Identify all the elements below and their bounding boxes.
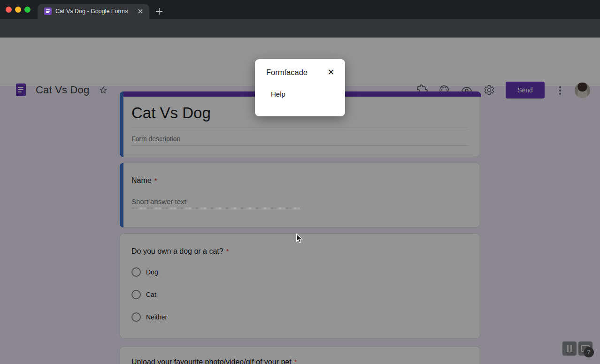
browser-toolbar: docs.google.com/forms/d/1QrEYytV662N0O5a… — [0, 19, 600, 38]
mac-minimize-button[interactable] — [15, 7, 21, 13]
mac-zoom-button[interactable] — [24, 7, 31, 13]
tab-close-icon[interactable] — [137, 8, 144, 15]
mac-close-button[interactable] — [6, 7, 12, 13]
modal-title: Formfacade — [266, 68, 308, 77]
new-tab-icon[interactable] — [155, 8, 163, 15]
browser-tab[interactable]: Cat Vs Dog - Google Forms — [38, 4, 149, 19]
formfacade-modal: Formfacade ✕ Help — [255, 59, 345, 116]
tab-title: Cat Vs Dog - Google Forms — [55, 8, 131, 15]
close-icon[interactable]: ✕ — [326, 68, 336, 77]
browser-tab-strip: Cat Vs Dog - Google Forms — [0, 0, 600, 19]
screen: Cat Vs Dog - Google Forms — [0, 0, 600, 364]
menu-item-help[interactable]: Help — [271, 90, 285, 98]
mouse-cursor — [296, 234, 303, 244]
google-forms-favicon-icon — [44, 8, 52, 15]
